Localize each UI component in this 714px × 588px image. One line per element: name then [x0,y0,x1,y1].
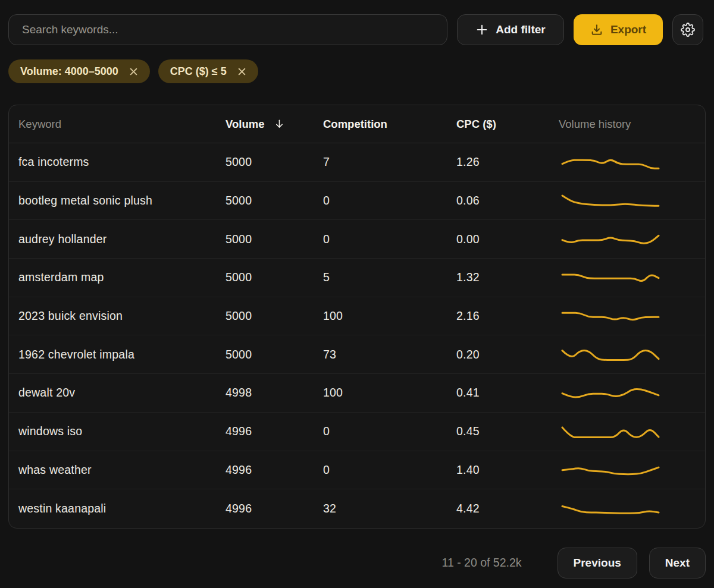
volume-history-sparkline [559,150,696,174]
volume-history-sparkline [559,304,696,328]
table-row[interactable]: fca incoterms 5000 7 1.26 [9,143,705,182]
close-icon[interactable] [237,67,246,76]
table-row[interactable]: audrey hollander 5000 0 0.00 [9,220,705,259]
results-range-label: 11 - 20 of 52.2k [441,556,521,570]
competition-cell: 7 [323,155,456,169]
cpc-cell: 1.32 [456,271,559,284]
filter-chip-label: Volume: 4000–5000 [20,65,118,78]
keyword-cell: dewalt 20v [18,386,226,400]
pagination: 11 - 20 of 52.2k Previous Next [8,548,706,578]
export-button[interactable]: Export [574,14,663,45]
volume-cell: 5000 [226,155,323,169]
add-filter-button[interactable]: Add filter [457,14,564,45]
cpc-cell: 1.26 [456,155,559,169]
keyword-cell: fca incoterms [18,155,226,169]
competition-cell: 0 [323,194,456,207]
keyword-cell: 1962 chevrolet impala [18,348,226,361]
table-row[interactable]: amsterdam map 5000 5 1.32 [9,259,705,297]
volume-history-sparkline [559,266,696,290]
table-row[interactable]: dewalt 20v 4998 100 0.41 [9,374,705,413]
cpc-cell: 0.00 [456,232,559,246]
volume-history-sparkline [559,342,696,366]
gear-icon [681,23,695,37]
column-header-keyword: Keyword [18,118,226,131]
volume-cell: 5000 [226,194,323,207]
keyword-cell: whas weather [18,463,226,477]
plus-icon [475,23,488,36]
filter-chip-cpc[interactable]: CPC ($) ≤ 5 [158,59,258,83]
volume-cell: 4996 [226,463,323,477]
keyword-cell: audrey hollander [18,232,226,246]
volume-history-sparkline [559,381,696,405]
search-input[interactable] [8,14,447,45]
cpc-cell: 0.45 [456,425,559,438]
table-row[interactable]: whas weather 4996 0 1.40 [9,451,705,490]
keyword-cell: 2023 buick envision [18,309,226,323]
active-filters: Volume: 4000–5000 CPC ($) ≤ 5 [8,59,706,83]
competition-cell: 100 [323,386,456,400]
competition-cell: 73 [323,348,456,361]
settings-button[interactable] [672,14,703,45]
add-filter-label: Add filter [496,23,545,36]
column-header-volume-history: Volume history [559,118,696,131]
competition-cell: 0 [323,425,456,438]
volume-history-sparkline [559,458,696,482]
volume-cell: 5000 [226,348,323,361]
volume-cell: 5000 [226,232,323,246]
export-label: Export [610,23,646,36]
toolbar: Add filter Export [0,0,714,45]
cpc-cell: 0.20 [456,348,559,361]
cpc-cell: 0.06 [456,194,559,207]
previous-page-button[interactable]: Previous [558,548,637,578]
filter-chip-label: CPC ($) ≤ 5 [170,65,227,78]
volume-cell: 5000 [226,271,323,284]
volume-history-sparkline [559,189,696,213]
table-row[interactable]: windows iso 4996 0 0.45 [9,413,705,451]
volume-history-sparkline [559,227,696,251]
close-icon[interactable] [129,67,138,76]
cpc-cell: 1.40 [456,463,559,477]
cpc-cell: 0.41 [456,386,559,400]
column-header-cpc: CPC ($) [456,118,559,131]
cpc-cell: 2.16 [456,309,559,323]
table-row[interactable]: 1962 chevrolet impala 5000 73 0.20 [9,335,705,374]
competition-cell: 32 [323,502,456,515]
column-header-volume-label: Volume [226,118,264,131]
table-header: Keyword Volume Competition CPC ($) Volum… [9,105,705,143]
column-header-competition: Competition [323,118,456,131]
volume-history-sparkline [559,497,696,521]
download-icon [590,23,603,36]
keywords-table: Keyword Volume Competition CPC ($) Volum… [8,105,706,529]
competition-cell: 0 [323,232,456,246]
volume-cell: 5000 [226,309,323,323]
competition-cell: 0 [323,463,456,477]
volume-history-sparkline [559,420,696,444]
keyword-cell: windows iso [18,425,226,438]
table-body: fca incoterms 5000 7 1.26 bootleg metal … [9,143,705,528]
table-row[interactable]: westin kaanapali 4996 32 4.42 [9,489,705,528]
cpc-cell: 4.42 [456,502,559,515]
volume-cell: 4998 [226,386,323,400]
keyword-cell: bootleg metal sonic plush [18,194,226,207]
keyword-cell: amsterdam map [18,271,226,284]
volume-cell: 4996 [226,425,323,438]
competition-cell: 100 [323,309,456,323]
next-label: Next [665,556,690,570]
filter-chip-volume[interactable]: Volume: 4000–5000 [8,59,150,83]
competition-cell: 5 [323,271,456,284]
table-row[interactable]: bootleg metal sonic plush 5000 0 0.06 [9,182,705,221]
next-page-button[interactable]: Next [649,548,706,578]
column-header-volume[interactable]: Volume [226,118,323,131]
arrow-down-icon [274,118,285,130]
table-row[interactable]: 2023 buick envision 5000 100 2.16 [9,297,705,336]
previous-label: Previous [574,556,621,570]
volume-cell: 4996 [226,502,323,515]
keyword-cell: westin kaanapali [18,502,226,515]
